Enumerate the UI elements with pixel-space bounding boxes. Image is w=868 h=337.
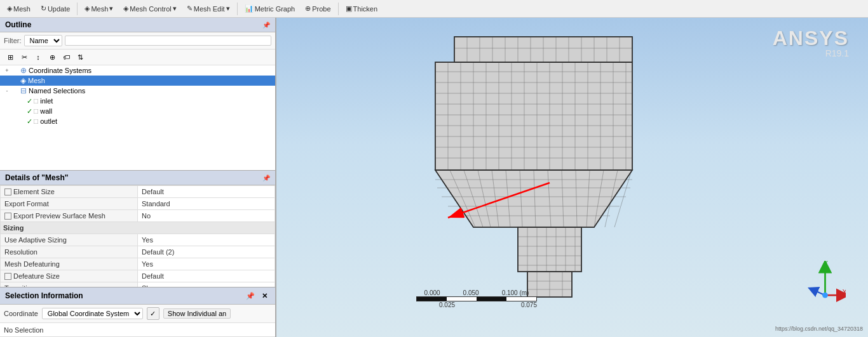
mesh-control-icon: ◈ [123,4,128,13]
details-table: Element Size Default Export Format Stand… [0,185,275,287]
cell-element-size-value: Default [138,186,275,198]
filter-input[interactable] [65,36,272,46]
svg-text:Y: Y [824,261,828,267]
outline-header: Outline 📌 [0,18,275,32]
cell-resolution-label: Resolution [1,246,138,258]
scale-black-2 [477,297,506,301]
close-sel-icon[interactable]: ✕ [259,290,270,301]
svg-text:X: X [843,288,846,296]
show-individual-label: Show Individual an [168,310,226,317]
no-selection-bar: No Selection [0,323,275,337]
axes-widget: Y X [804,261,846,302]
filter-tree-button[interactable]: 🏷 [60,51,72,63]
checkbox-defeature[interactable] [4,273,11,280]
filter-type-select[interactable]: Name [24,35,62,46]
checkbox-export-preview[interactable] [4,213,11,220]
cell-defeaturing-value: Yes [138,258,275,270]
coordinate-dropdown[interactable]: Global Coordinate System [42,308,143,319]
cell-sizing-section: Sizing [1,222,275,234]
update-button[interactable]: ↻ Update [36,3,74,15]
mesh-geometry [391,30,709,310]
checkbox-element-size[interactable] [4,188,11,195]
tree-item-wall-label: wall [40,107,52,115]
main-layout: Outline 📌 Filter: Name ⊞ ✂ ↕ ⊕ 🏷 ⇅ + [0,18,868,337]
table-row[interactable]: Element Size Default [1,186,275,198]
chevron-down-icon: ▾ [109,4,113,13]
tree-item-label: Coordinate Systems [29,67,92,74]
table-row[interactable]: Defeature Size Default [1,270,275,282]
details-header: Details of "Mesh" 📌 [0,170,275,185]
update-icon: ↻ [41,4,46,13]
no-selection-label: No Selection [4,326,43,334]
scale-white-1 [447,297,477,301]
cell-transition-label: Transition [1,282,138,287]
details-scroll[interactable]: Element Size Default Export Format Stand… [0,185,275,287]
ansys-version: R19.1 [773,48,849,58]
pin-icon[interactable]: 📌 [262,22,270,29]
separator [77,3,78,15]
cell-export-preview-value: No [138,210,275,222]
tree-item-outlet[interactable]: ✓ □ outlet [0,116,275,126]
scale-bar-graphic [416,296,537,301]
cell-export-preview-label: Export Preview Surface Mesh [1,210,138,222]
mesh2-icon: ◈ [85,4,90,13]
scale-1: 0.100 (m) [502,289,529,296]
separator3 [338,3,339,15]
separator2 [237,3,238,15]
tree-container[interactable]: + ⊕ Coordinate Systems ◈ Mesh - ⊟ Named … [0,65,275,170]
tree-item-mesh[interactable]: ◈ Mesh [0,76,275,86]
thicken-icon: ▣ [346,4,352,13]
metric-graph-button[interactable]: 📊 Metric Graph [240,3,300,15]
details-pin-icon[interactable]: 📌 [262,175,270,182]
svg-marker-2 [435,170,632,227]
pin-sel-icon[interactable]: 📌 [245,290,256,301]
cell-adaptive-label: Use Adaptive Sizing [1,234,138,246]
tree-item-named-label: Named Selections [29,87,85,95]
check-outlet: ✓ [27,117,32,126]
expand-icon: + [3,67,11,74]
scale-labels-top: 0.000 0.050 0.100 (m) [424,289,529,296]
mesh-edit-button[interactable]: ✎ Mesh Edit ▾ [182,3,234,15]
tree-item-coordinate-systems[interactable]: + ⊕ Coordinate Systems [0,65,275,76]
table-row[interactable]: Export Preview Surface Mesh No [1,210,275,222]
thicken-button[interactable]: ▣ Thicken [341,3,383,15]
tree-item-inlet[interactable]: ✓ □ inlet [0,96,275,106]
expand-icon3: - [3,88,11,94]
cell-export-format-label: Export Format [1,198,138,210]
coordinate-icon: ⊕ [20,66,27,75]
cell-defeature-size-value: Default [138,270,275,282]
chevron-down-icon2: ▾ [173,4,177,13]
table-row[interactable]: Resolution Default (2) [1,246,275,258]
tree-item-named-selections[interactable]: - ⊟ Named Selections [0,86,275,96]
expand-tree-button[interactable]: ⊕ [46,51,58,63]
sync-button[interactable]: ↕ [32,51,44,63]
table-row[interactable]: Export Format Standard [1,198,275,210]
coordinate-label: Coordinate [4,310,38,317]
tree-item-inlet-label: inlet [40,97,53,105]
sort-button[interactable]: ⇅ [74,51,86,63]
table-row[interactable]: Transition Slow [1,282,275,287]
main-toolbar: ◈ Mesh ↻ Update ◈ Mesh ▾ ◈ Mesh Control … [0,0,868,18]
probe-button[interactable]: ⊕ Probe [301,3,335,15]
table-row-adaptive[interactable]: Use Adaptive Sizing Yes [1,234,275,246]
ansys-title: ANSYS [773,28,849,48]
viewport[interactable]: ANSYS R19.1 [276,18,868,337]
verify-button[interactable]: ✓ [147,307,159,320]
mesh-dropdown-button[interactable]: ◈ Mesh ▾ [80,3,118,15]
scale-bar: 0.000 0.050 0.100 (m) 0.025 0.075 [416,289,537,308]
scale-05: 0.050 [463,289,479,296]
filter-label: Filter: [4,37,22,44]
mesh-control-button[interactable]: ◈ Mesh Control ▾ [119,3,180,15]
show-individual-button[interactable]: Show Individual an [163,308,231,319]
tree-item-outlet-label: outlet [40,117,57,125]
table-row[interactable]: Mesh Defeaturing Yes [1,258,275,270]
tree-toolbar: ⊞ ✂ ↕ ⊕ 🏷 ⇅ [0,50,275,65]
probe-icon: ⊕ [305,4,311,13]
scale-black-1 [417,297,447,301]
outlet-icon: □ [34,117,38,126]
mesh-button[interactable]: ◈ Mesh [3,3,35,15]
tree-item-wall[interactable]: ✓ □ wall [0,106,275,116]
expand-all-button[interactable]: ⊞ [4,51,17,63]
tree-item-mesh-label: Mesh [28,77,45,84]
collapse-all-button[interactable]: ✂ [18,51,31,63]
